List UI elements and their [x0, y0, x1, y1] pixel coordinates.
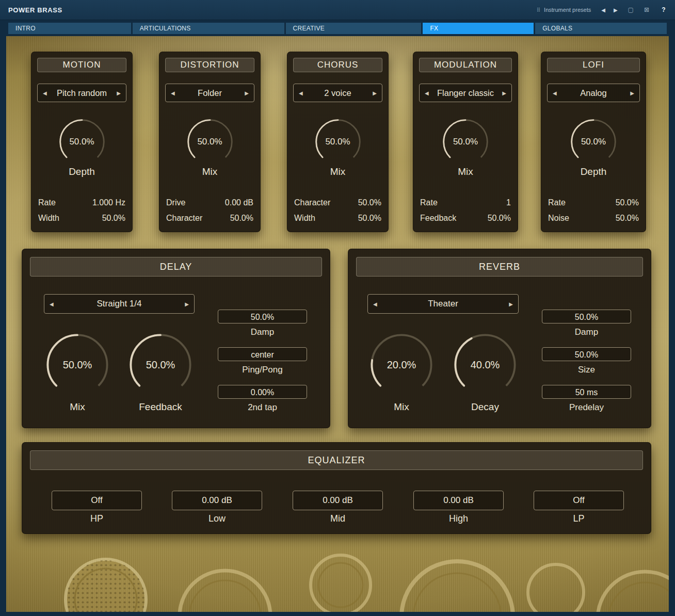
instrument-presets-button[interactable]: ⠿ Instrument presets	[537, 7, 591, 13]
delay-panel-title[interactable]: DELAY	[30, 257, 322, 277]
tab-articulations[interactable]: ARTICULATIONS	[133, 23, 284, 34]
param-row: Width 50.0%	[31, 210, 133, 226]
knob-value: 50.0%	[186, 118, 234, 166]
equalizer-panel: EQUALIZER Off HP 0.00 dB Low 0.00 dB Mid…	[22, 442, 651, 534]
param-row: Character 50.0%	[159, 210, 261, 226]
prev-arrow-icon[interactable]: ◀	[373, 301, 377, 307]
tab-globals[interactable]: GLOBALS	[535, 23, 667, 34]
delay-damp-field[interactable]: 50.0%	[218, 310, 307, 323]
knob-label: Mix	[360, 401, 443, 413]
next-arrow-icon[interactable]: ▶	[502, 90, 506, 96]
next-arrow-icon[interactable]: ▶	[117, 90, 121, 96]
prev-arrow-icon[interactable]: ◀	[43, 90, 47, 96]
equalizer-panel-title[interactable]: EQUALIZER	[30, 450, 643, 470]
next-preset-icon[interactable]: ▶	[614, 7, 618, 13]
tab-creative[interactable]: CREATIVE	[286, 23, 422, 34]
knob-label: Mix	[413, 166, 518, 177]
distortion-mix-knob[interactable]: 50.0%	[186, 118, 234, 166]
reverb-damp-field[interactable]: 50.0%	[542, 310, 631, 323]
field-label: High	[413, 513, 504, 524]
next-arrow-icon[interactable]: ▶	[245, 90, 249, 96]
motion-panel-title[interactable]: MOTION	[37, 58, 126, 72]
param-row: Feedback 50.0%	[413, 210, 518, 226]
param-value[interactable]: 50.0%	[488, 214, 511, 223]
param-value[interactable]: 50.0%	[616, 214, 639, 223]
distortion-type-selector[interactable]: ◀ Folder ▶	[165, 84, 254, 102]
reverb-predelay-field[interactable]: 50 ms	[542, 385, 631, 399]
motion-type-selector[interactable]: ◀ Pitch random ▶	[37, 84, 126, 102]
delay-feedback-knob[interactable]: 50.0%	[127, 332, 194, 398]
window-icon[interactable]: ▢	[628, 7, 634, 13]
motion-depth-knob[interactable]: 50.0%	[58, 118, 106, 166]
motion-panel: MOTION ◀ Pitch random ▶ 50.0% Depth Rate…	[31, 52, 133, 232]
field-label: 2nd tap	[218, 401, 307, 414]
chorus-panel: CHORUS ◀ 2 voice ▶ 50.0% Mix Character 5…	[287, 52, 389, 232]
reverb-size-field[interactable]: 50.0%	[542, 347, 631, 361]
selector-value: Theater	[377, 299, 509, 309]
knob-value: 50.0%	[127, 332, 194, 398]
preset-nav: ◀ ▶	[601, 7, 617, 13]
param-value[interactable]: 50.0%	[102, 214, 125, 223]
param-value[interactable]: 50.0%	[230, 214, 253, 223]
tab-fx[interactable]: FX	[423, 23, 534, 34]
delay-mix-knob[interactable]: 50.0%	[44, 332, 110, 398]
help-icon[interactable]: ?	[660, 6, 668, 14]
eq-mid-field[interactable]: 0.00 dB	[293, 491, 383, 510]
prev-preset-icon[interactable]: ◀	[601, 7, 605, 13]
param-row: Rate 50.0%	[541, 195, 646, 210]
reverb-panel-title[interactable]: REVERB	[356, 257, 643, 277]
modulation-mix-knob[interactable]: 50.0%	[441, 118, 490, 166]
selector-value: Folder	[175, 88, 245, 98]
prev-arrow-icon[interactable]: ◀	[171, 90, 175, 96]
eq-lp-field[interactable]: Off	[534, 491, 624, 510]
knob-value: 40.0%	[452, 332, 518, 398]
reverb-mix-knob[interactable]: 20.0%	[368, 332, 435, 398]
param-value[interactable]: 1.000 Hz	[92, 198, 125, 207]
lofi-panel-title[interactable]: LOFI	[547, 58, 640, 72]
close-grid-icon[interactable]: ⊠	[644, 7, 649, 13]
prev-arrow-icon[interactable]: ◀	[553, 90, 557, 96]
lofi-depth-knob[interactable]: 50.0%	[569, 118, 618, 166]
param-value[interactable]: 50.0%	[358, 198, 381, 207]
selector-value: Pitch random	[47, 88, 117, 98]
knob-value: 20.0%	[368, 332, 435, 398]
param-value[interactable]: 1	[506, 198, 511, 207]
tab-intro[interactable]: INTRO	[8, 23, 131, 34]
delay-pingpong-field[interactable]: center	[218, 347, 307, 361]
reverb-decay-knob[interactable]: 40.0%	[452, 332, 518, 398]
prev-arrow-icon[interactable]: ◀	[299, 90, 303, 96]
lofi-type-selector[interactable]: ◀ Analog ▶	[547, 84, 640, 102]
delay-2ndtap-field[interactable]: 0.00%	[218, 385, 307, 399]
param-label: Width	[38, 214, 59, 223]
delay-panel: DELAY ◀ Straight 1/4 ▶ 50.0% Mix 50.0%	[22, 249, 330, 428]
modulation-panel-title[interactable]: MODULATION	[419, 58, 512, 72]
param-value[interactable]: 50.0%	[616, 198, 639, 207]
modulation-type-selector[interactable]: ◀ Flanger classic ▶	[419, 84, 512, 102]
next-arrow-icon[interactable]: ▶	[509, 301, 513, 307]
distortion-panel-title[interactable]: DISTORTION	[165, 58, 254, 72]
param-label: Width	[294, 214, 315, 223]
titlebar: POWER BRASS ⠿ Instrument presets ◀ ▶ ▢ ⊠…	[0, 0, 675, 20]
reverb-mode-selector[interactable]: ◀ Theater ▶	[367, 294, 519, 314]
field-label: Predelay	[542, 401, 631, 414]
eq-high-field[interactable]: 0.00 dB	[413, 491, 504, 510]
delay-mode-selector[interactable]: ◀ Straight 1/4 ▶	[44, 294, 195, 314]
param-label: Noise	[548, 214, 569, 223]
next-arrow-icon[interactable]: ▶	[185, 301, 189, 307]
prev-arrow-icon[interactable]: ◀	[50, 301, 54, 307]
param-value[interactable]: 50.0%	[358, 214, 381, 223]
eq-hp-field[interactable]: Off	[52, 491, 142, 510]
field-label: Mid	[293, 513, 383, 524]
next-arrow-icon[interactable]: ▶	[630, 90, 634, 96]
selector-value: Analog	[557, 88, 631, 98]
eq-low-field[interactable]: 0.00 dB	[172, 491, 262, 510]
next-arrow-icon[interactable]: ▶	[373, 90, 377, 96]
param-label: Drive	[166, 198, 185, 207]
chorus-panel-title[interactable]: CHORUS	[293, 58, 382, 72]
chorus-mix-knob[interactable]: 50.0%	[314, 118, 362, 166]
chorus-type-selector[interactable]: ◀ 2 voice ▶	[293, 84, 382, 102]
knob-label: Depth	[31, 166, 133, 177]
knob-value: 50.0%	[569, 118, 618, 166]
prev-arrow-icon[interactable]: ◀	[425, 90, 429, 96]
param-value[interactable]: 0.00 dB	[225, 198, 253, 207]
